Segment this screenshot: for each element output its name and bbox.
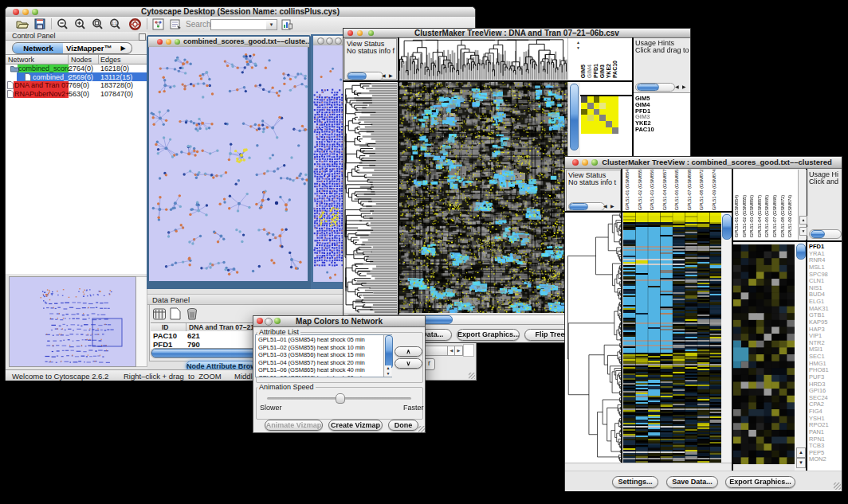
svg-text:1:1: 1:1: [112, 21, 117, 25]
